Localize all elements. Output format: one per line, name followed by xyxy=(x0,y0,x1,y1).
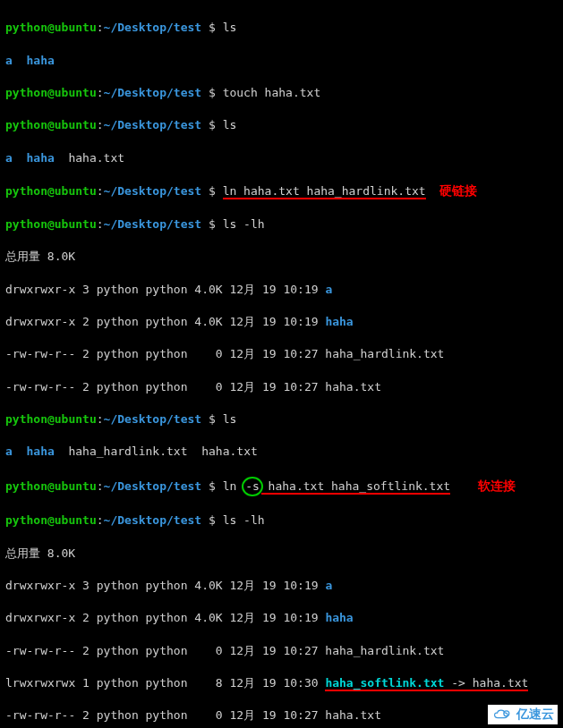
output-line: drwxrwxr-x 2 python python 4.0K 12月 19 1… xyxy=(5,610,558,626)
output-line: lrwxrwxrwx 1 python python 8 12月 19 10:3… xyxy=(5,675,558,691)
terminal-black-panel: python@ubuntu:~/Desktop/test $ ls a haha… xyxy=(0,0,563,728)
cloud-icon xyxy=(491,707,513,723)
annotation-hardlink: 硬链接 xyxy=(439,182,477,200)
term-line: python@ubuntu:~/Desktop/test $ ls -lh xyxy=(5,512,558,529)
output-line: drwxrwxr-x 3 python python 4.0K 12月 19 1… xyxy=(5,578,558,594)
softlink-flag-circle: -s xyxy=(242,477,263,496)
softlink-name: haha_softlink.txt xyxy=(325,676,444,691)
prompt-symbol: $ xyxy=(201,21,222,34)
term-line: python@ubuntu:~/Desktop/test $ ls xyxy=(5,20,558,36)
touch-command[interactable]: touch haha.txt xyxy=(223,86,321,99)
term-line: python@ubuntu:~/Desktop/test $ ls xyxy=(5,411,558,427)
output-line: -rw-rw-r-- 2 python python 0 12月 19 10:2… xyxy=(5,346,558,362)
term-line: python@ubuntu:~/Desktop/test $ ln -s hah… xyxy=(5,477,558,496)
output-line: a haha xyxy=(5,53,558,69)
output-line: a haha haha_hardlink.txt haha.txt xyxy=(5,444,558,460)
term-line: python@ubuntu:~/Desktop/test $ ls xyxy=(5,117,558,133)
ls-command[interactable]: ls xyxy=(223,21,237,34)
ln-hardlink-command[interactable]: ln haha.txt haha_hardlink.txt xyxy=(223,184,426,199)
output-total: 总用量 8.0K xyxy=(5,249,558,265)
term-line: python@ubuntu:~/Desktop/test $ ls -lh xyxy=(5,216,558,233)
output-line: -rw-rw-r-- 2 python python 0 12月 19 10:2… xyxy=(5,707,558,724)
annotation-softlink: 软连接 xyxy=(478,478,516,495)
output-line: -rw-rw-r-- 2 python python 0 12月 19 10:2… xyxy=(5,643,558,659)
output-total: 总用量 8.0K xyxy=(5,546,558,562)
output-line: a haha haha.txt xyxy=(5,150,558,166)
prompt-user: python@ubuntu xyxy=(5,21,97,34)
ln-softlink-command[interactable]: ln -s haha.txt haha_softlink.txt xyxy=(223,479,450,493)
term-line: python@ubuntu:~/Desktop/test $ ln haha.t… xyxy=(5,182,558,200)
output-line: -rw-rw-r-- 2 python python 0 12月 19 10:2… xyxy=(5,379,558,395)
term-line: python@ubuntu:~/Desktop/test $ touch hah… xyxy=(5,85,558,101)
output-line: drwxrwxr-x 2 python python 4.0K 12月 19 1… xyxy=(5,314,558,330)
ls-lh-command[interactable]: ls -lh xyxy=(223,217,265,231)
prompt-path: ~/Desktop/test xyxy=(104,21,202,34)
watermark-yisu: 亿速云 xyxy=(488,705,558,724)
output-line: drwxrwxr-x 3 python python 4.0K 12月 19 1… xyxy=(5,282,558,298)
